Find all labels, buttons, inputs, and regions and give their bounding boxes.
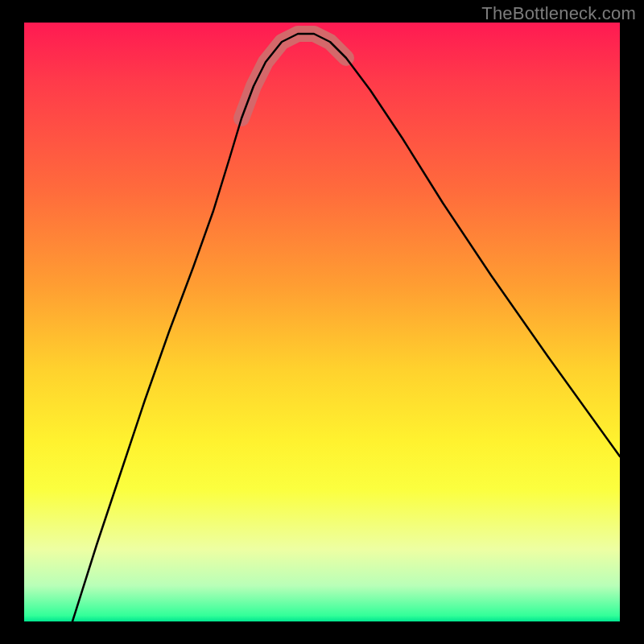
chart-frame: TheBottleneck.com [0, 0, 644, 644]
watermark-text: TheBottleneck.com [481, 3, 636, 24]
valley-highlight [242, 34, 346, 118]
plot-area [24, 23, 620, 621]
curve-svg [24, 23, 620, 621]
bottleneck-curve [72, 34, 620, 621]
